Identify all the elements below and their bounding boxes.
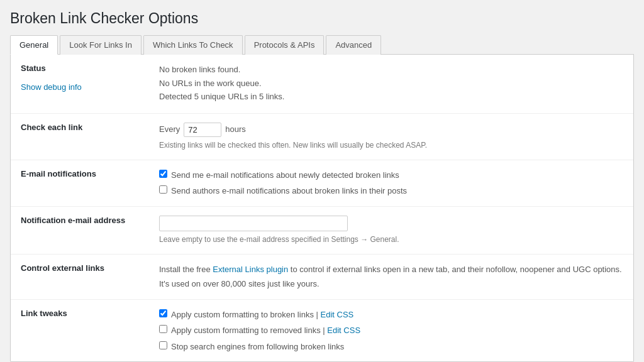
tab-which-links[interactable]: Which Links To Check (143, 35, 243, 55)
label-link-tweaks: Link tweaks (21, 309, 139, 318)
debug-info-link[interactable]: Show debug info (21, 82, 82, 92)
label-status: Status (21, 63, 139, 73)
checkbox-nofollow[interactable] (159, 341, 167, 349)
checkbox-notify-broken[interactable] (159, 170, 167, 178)
checkbox-broken-label: Send me e-mail notifications about newly… (171, 169, 399, 182)
checkbox-custom-broken-label: Apply custom formatting to broken links … (171, 309, 353, 321)
edit-css-removed-link[interactable]: Edit CSS (327, 326, 360, 335)
tab-advanced[interactable]: Advanced (326, 35, 381, 55)
row-notification-email: Notification e-mail address Leave empty … (11, 206, 633, 254)
external-links-second: It's used on over 80,000 sites just like… (159, 278, 623, 290)
email-help: Leave empty to use the e-mail address sp… (159, 234, 623, 245)
row-email-notifications: E-mail notifications Send me e-mail noti… (11, 160, 633, 206)
checkbox-row-authors: Send authors e-mail notifications about … (159, 185, 623, 197)
row-link-tweaks: Link tweaks Apply custom formatting to b… (11, 299, 633, 361)
settings-panel: Status Show debug info No broken links f… (10, 55, 634, 362)
row-check-link: Check each link Every hours Existing lin… (11, 113, 633, 160)
status-text: No broken links found. No URLs in the wo… (159, 63, 623, 103)
label-notification-email: Notification e-mail address (21, 216, 139, 225)
checkbox-authors-label: Send authors e-mail notifications about … (171, 185, 407, 197)
tabs-container: General Look For Links In Which Links To… (10, 35, 634, 55)
checkbox-custom-removed[interactable] (159, 325, 167, 333)
external-links-text: Install the free External Links plugin t… (159, 263, 623, 276)
checkbox-row-nofollow: Stop search engines from following broke… (159, 341, 623, 353)
hours-label: hours (225, 123, 246, 136)
every-label: Every (159, 123, 180, 136)
tab-protocols[interactable]: Protocols & APIs (245, 35, 325, 55)
page-title: Broken Link Checker Options (10, 10, 634, 27)
checkbox-custom-removed-label: Apply custom formatting to removed links… (171, 324, 360, 337)
row-status: Status Show debug info No broken links f… (11, 55, 633, 113)
row-external-links: Control external links Install the free … (11, 254, 633, 299)
email-address-input[interactable] (159, 216, 348, 231)
checkbox-row-custom-removed: Apply custom formatting to removed links… (159, 324, 623, 337)
settings-table: Status Show debug info No broken links f… (11, 55, 633, 361)
checkbox-notify-authors[interactable] (159, 185, 167, 194)
checkbox-nofollow-label: Stop search engines from following broke… (171, 341, 344, 353)
checkbox-row-broken: Send me e-mail notifications about newly… (159, 169, 623, 182)
label-email-notifications: E-mail notifications (21, 169, 139, 178)
tab-look-for-links[interactable]: Look For Links In (60, 35, 142, 55)
label-check-link: Check each link (21, 123, 139, 132)
label-external-links: Control external links (21, 263, 139, 273)
edit-css-broken-link[interactable]: Edit CSS (321, 310, 354, 319)
tab-general[interactable]: General (10, 35, 58, 55)
hours-input[interactable] (184, 123, 221, 137)
checkbox-row-custom-broken: Apply custom formatting to broken links … (159, 309, 623, 321)
external-links-plugin-link[interactable]: External Links plugin (213, 265, 288, 274)
check-link-help: Existing links will be checked this ofte… (159, 140, 623, 151)
checkbox-custom-broken[interactable] (159, 309, 167, 317)
